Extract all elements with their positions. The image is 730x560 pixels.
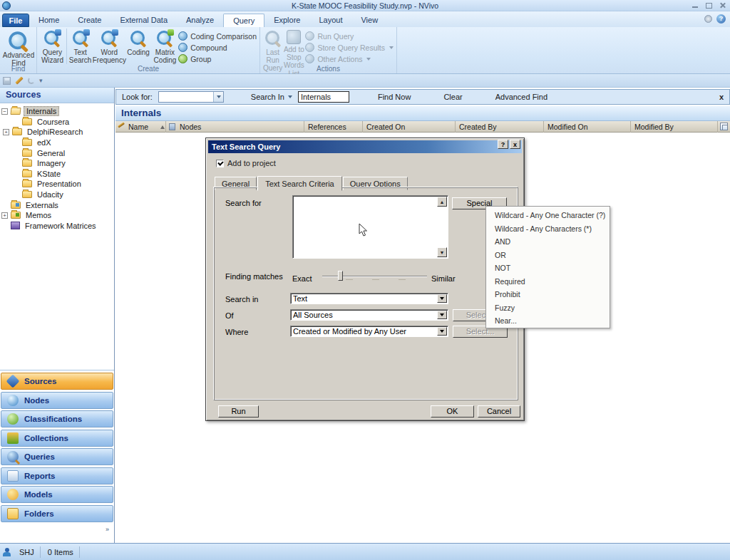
search-for-textarea[interactable]: ▲ ▼ — [292, 195, 448, 259]
nav-sources-button[interactable]: Sources — [1, 373, 113, 390]
coding-comparison-button[interactable]: Coding Comparison — [178, 31, 257, 41]
close-icon[interactable] — [718, 1, 727, 9]
nav-reports-button[interactable]: Reports — [1, 467, 113, 484]
chevron-down-icon[interactable] — [437, 327, 447, 336]
tab-layout[interactable]: Layout — [309, 14, 351, 27]
chevron-down-icon[interactable] — [213, 92, 223, 102]
column-options-cell[interactable] — [717, 121, 730, 133]
menu-item-wildcard-one[interactable]: Wildcard - Any One Character (?) — [486, 209, 610, 222]
matrix-coding-button[interactable]: Matrix Coding — [152, 28, 178, 64]
dialog-help-icon[interactable]: ? — [498, 140, 508, 149]
expand-icon[interactable]: + — [3, 129, 9, 135]
text-search-button[interactable]: Text Search — [67, 28, 93, 64]
tree-item-kstate[interactable]: KState — [0, 169, 114, 180]
column-header-name[interactable]: Name — [125, 121, 148, 133]
similarity-slider-thumb[interactable] — [338, 271, 343, 281]
chevron-down-icon[interactable] — [437, 311, 447, 319]
toolbar-options-icon[interactable]: ▾ — [39, 77, 43, 84]
find-now-button[interactable]: Find Now — [374, 93, 415, 101]
minimize-icon[interactable] — [691, 1, 700, 9]
menu-item-not[interactable]: NOT — [486, 261, 610, 275]
undo-icon[interactable] — [28, 77, 35, 84]
menu-item-wildcard-any[interactable]: Wildcard - Any Characters (*) — [486, 222, 610, 236]
tree-item-udacity[interactable]: Udacity — [0, 190, 114, 200]
search-in-dropdown[interactable]: Text — [290, 293, 448, 304]
scroll-down-icon[interactable]: ▼ — [437, 247, 447, 257]
word-frequency-button[interactable]: Word Frequency — [93, 28, 125, 64]
search-in-dropdown[interactable]: Search In — [251, 93, 292, 101]
tree-item-memos[interactable]: + Memos — [0, 210, 114, 221]
menu-item-required[interactable]: Required — [486, 275, 610, 289]
group-button[interactable]: Group — [178, 54, 257, 63]
tab-file[interactable]: File — [2, 14, 29, 27]
nav-folders-button[interactable]: Folders — [1, 505, 113, 522]
tab-external-data[interactable]: External Data — [110, 14, 177, 27]
run-button[interactable]: Run — [218, 405, 259, 418]
ok-button[interactable]: OK — [431, 405, 474, 418]
advanced-find-link[interactable]: Advanced Find — [491, 93, 552, 101]
cancel-button[interactable]: Cancel — [478, 405, 520, 418]
sort-icon[interactable] — [160, 125, 165, 129]
tree-item-framework-matrices[interactable]: Framework Matrices — [0, 221, 114, 232]
dialog-close-icon[interactable]: x — [510, 140, 520, 149]
expand-icon[interactable]: + — [1, 212, 8, 219]
nav-nodes-button[interactable]: Nodes — [1, 392, 113, 409]
checkbox-checked-icon[interactable] — [216, 160, 224, 167]
gear-icon[interactable] — [704, 15, 712, 23]
where-dropdown[interactable]: Created or Modified by Any User — [290, 326, 448, 337]
tab-home[interactable]: Home — [29, 14, 68, 27]
compound-button[interactable]: Compound — [178, 43, 257, 52]
nav-models-button[interactable]: Models — [1, 486, 113, 503]
tree-item-delphiresearch[interactable]: + DelphiResearch — [0, 127, 114, 138]
edit-icon[interactable] — [15, 76, 23, 84]
tab-analyze[interactable]: Analyze — [177, 14, 223, 27]
nav-classifications-button[interactable]: Classifications — [1, 410, 113, 427]
tab-view[interactable]: View — [351, 14, 387, 27]
tab-explore[interactable]: Explore — [264, 14, 309, 27]
coding-button[interactable]: Coding — [125, 28, 151, 56]
restore-icon[interactable] — [704, 1, 714, 9]
column-header-created-on[interactable]: Created On — [362, 121, 455, 133]
look-for-input[interactable] — [158, 91, 224, 103]
dialog-title-bar[interactable]: Text Search Query — [208, 140, 522, 153]
tab-text-search-criteria[interactable]: Text Search Criteria — [257, 176, 342, 191]
menu-item-near[interactable]: Near... — [486, 314, 610, 328]
tree-item-imagery[interactable]: Imagery — [0, 158, 114, 169]
tab-create[interactable]: Create — [68, 14, 110, 27]
other-actions-button[interactable]: Other Actions — [305, 54, 394, 63]
nav-collections-button[interactable]: Collections — [1, 430, 113, 447]
clear-button[interactable]: Clear — [439, 93, 466, 101]
collapse-icon[interactable]: − — [1, 108, 8, 115]
help-icon[interactable]: ? — [716, 14, 726, 24]
menu-item-or[interactable]: OR — [486, 249, 610, 262]
tree-item-externals[interactable]: Externals — [0, 199, 114, 210]
column-header-references[interactable]: References — [304, 121, 362, 133]
search-scope-input[interactable]: Internals — [298, 91, 349, 103]
advanced-find-button[interactable]: Advanced Find — [3, 28, 34, 67]
column-header-modified-on[interactable]: Modified On — [543, 121, 630, 133]
chevron-down-icon[interactable] — [437, 294, 447, 303]
store-query-results-button[interactable]: Store Query Results — [305, 43, 394, 52]
nav-overflow-chevron[interactable]: » — [1, 524, 113, 535]
add-to-project-checkbox-row[interactable]: Add to project — [216, 159, 276, 167]
tree-item-coursera[interactable]: Coursera — [0, 117, 114, 128]
column-header-modified-by[interactable]: Modified By — [630, 121, 717, 133]
tree-item-internals[interactable]: − Internals — [0, 106, 114, 117]
tree-item-presentation[interactable]: Presentation — [0, 179, 114, 190]
menu-item-fuzzy[interactable]: Fuzzy — [486, 301, 610, 315]
menu-item-prohibit[interactable]: Prohibit — [486, 288, 610, 301]
nav-queries-button[interactable]: Queries — [1, 448, 113, 465]
run-query-button[interactable]: Run Query — [305, 31, 394, 41]
tab-query[interactable]: Query — [223, 14, 264, 27]
column-header-created-by[interactable]: Created By — [455, 121, 543, 133]
tree-item-general[interactable]: General — [0, 147, 114, 158]
scroll-up-icon[interactable]: ▲ — [437, 197, 447, 207]
menu-item-and[interactable]: AND — [486, 235, 610, 249]
tree-item-edx[interactable]: edX — [0, 138, 114, 148]
column-header-nodes[interactable]: Nodes — [165, 121, 304, 133]
save-icon[interactable] — [3, 77, 11, 85]
close-find-bar-icon[interactable]: x — [719, 93, 724, 101]
query-wizard-button[interactable]: Query Wizard — [40, 28, 67, 64]
of-dropdown[interactable]: All Sources — [290, 309, 448, 321]
column-chooser-icon[interactable] — [720, 123, 728, 130]
